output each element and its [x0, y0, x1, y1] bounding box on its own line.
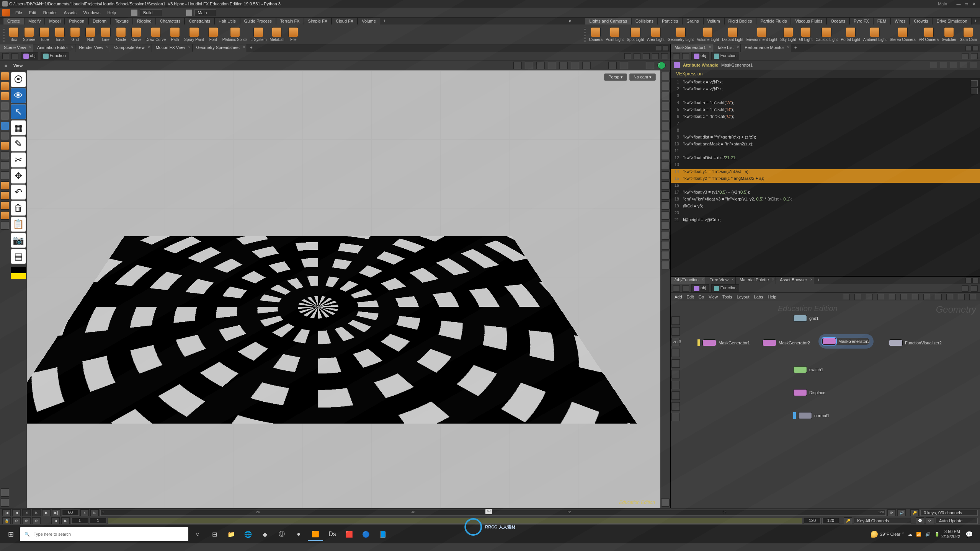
- pin-button[interactable]: [962, 285, 969, 292]
- chrome-icon[interactable]: 🌐: [240, 527, 256, 541]
- shelf-add-tab-right[interactable]: +: [972, 18, 980, 24]
- shelf-tool[interactable]: Spray Paint: [184, 27, 204, 42]
- taskbar-clock[interactable]: 3:50 PM 2/19/2022: [941, 529, 960, 539]
- net-button[interactable]: [854, 294, 861, 300]
- shelf-tool[interactable]: Point Light: [606, 27, 624, 42]
- net-side-icon[interactable]: [671, 349, 680, 357]
- close-tab-icon[interactable]: ×: [702, 277, 704, 282]
- shelf-tool[interactable]: Torus: [54, 27, 66, 42]
- node-maskgen1[interactable]: MaskGenerator1: [697, 339, 750, 346]
- view-tool-button[interactable]: [571, 62, 579, 69]
- view-tool-screenshot[interactable]: 📷: [11, 233, 26, 248]
- code-line[interactable]: 5"kw">float b = "fn">chf("B");: [671, 107, 980, 114]
- cook-icon[interactable]: ⟳: [926, 517, 934, 524]
- line-content[interactable]: "kw">float z = v@P.z;: [683, 86, 980, 93]
- expand-icon[interactable]: [971, 80, 978, 86]
- view-tool-trash[interactable]: 🗑: [11, 201, 26, 216]
- close-tab-icon[interactable]: ×: [188, 45, 191, 49]
- explorer-icon[interactable]: 📁: [224, 527, 239, 541]
- shelf-tool[interactable]: Tube: [38, 27, 51, 42]
- line-content[interactable]: "kw">float a = "fn">chf("A");: [683, 100, 980, 107]
- vex-code-editor[interactable]: 1"kw">float x = v@P.x;2"kw">float z = v@…: [671, 78, 980, 276]
- tool-icon[interactable]: [1, 161, 9, 170]
- shelf-tool[interactable]: Area Light: [647, 27, 665, 42]
- code-line[interactable]: 18"cm">//"kw">float y3 = "fn">lerp(y1, y…: [671, 197, 980, 204]
- close-tab-icon[interactable]: ×: [709, 45, 711, 49]
- shelf-tool[interactable]: L-System: [250, 27, 266, 42]
- network-menu-item[interactable]: Go: [699, 295, 704, 299]
- range-button[interactable]: ⊕: [22, 517, 31, 524]
- desktop-select[interactable]: Build: [140, 9, 162, 16]
- shelf-dropdown[interactable]: ▾: [567, 18, 573, 24]
- path-obj[interactable]: obj: [21, 52, 38, 60]
- net-button[interactable]: [900, 294, 907, 300]
- shelf-tab[interactable]: Grains: [682, 18, 703, 24]
- pathbar-button[interactable]: [652, 53, 659, 59]
- view-tool-button[interactable]: [646, 62, 654, 69]
- end-frame-field[interactable]: 120: [822, 518, 839, 524]
- pane-tab[interactable]: Geometry Spreadsheet×: [193, 44, 247, 52]
- shelf-tab[interactable]: Model: [45, 18, 65, 24]
- tool-icon[interactable]: [1, 152, 9, 160]
- shelf-tab[interactable]: Simple FX: [304, 18, 332, 24]
- net-button[interactable]: [843, 294, 850, 300]
- search-icon[interactable]: [950, 62, 957, 68]
- pane-pin-button[interactable]: [965, 278, 972, 283]
- path-obj[interactable]: obj: [691, 284, 709, 292]
- display-option-icon[interactable]: [661, 92, 670, 100]
- shelf-tool[interactable]: Platonic Solids: [222, 27, 248, 42]
- timeline-play-button[interactable]: ▷: [32, 509, 41, 516]
- timeline-first-button[interactable]: |◀: [2, 509, 11, 516]
- line-content[interactable]: @Cd = y3;: [683, 204, 980, 210]
- rstart-frame-field[interactable]: 1: [90, 518, 106, 524]
- line-content[interactable]: [683, 162, 980, 169]
- display-option-icon[interactable]: [661, 241, 670, 249]
- network-menu-item[interactable]: Help: [768, 295, 776, 299]
- code-line[interactable]: 13: [671, 162, 980, 169]
- line-content[interactable]: [683, 121, 980, 128]
- pane-max-button[interactable]: [972, 278, 978, 283]
- pin-button[interactable]: [962, 53, 969, 59]
- tool-icon[interactable]: [1, 211, 9, 220]
- pane-pin-button[interactable]: [656, 46, 662, 51]
- node-displace[interactable]: Displace: [793, 389, 825, 396]
- view-tool-move[interactable]: ✥: [11, 168, 26, 184]
- tray-chevron-icon[interactable]: ˄: [902, 532, 904, 537]
- node-grid1[interactable]: grid1: [793, 315, 818, 322]
- shelf-tool[interactable]: Path: [169, 27, 181, 42]
- tool-icon[interactable]: [1, 102, 9, 110]
- shelf-tool[interactable]: Metaball: [270, 27, 284, 42]
- code-line[interactable]: 11: [671, 148, 980, 155]
- view-tool-orient[interactable]: ⦿: [11, 72, 26, 87]
- shelf-tab[interactable]: Hair Utils: [214, 18, 240, 24]
- shelf-tab[interactable]: Create: [3, 18, 24, 24]
- taskbar-search[interactable]: 🔍 Type here to search: [20, 527, 188, 541]
- code-line[interactable]: 12"kw">float nDist = dist/21.21;: [671, 155, 980, 162]
- net-button[interactable]: [923, 294, 930, 300]
- net-button[interactable]: [935, 294, 942, 300]
- shelf-tab[interactable]: Modify: [24, 18, 45, 24]
- code-line[interactable]: 17"kw">float y3 = (y1*0.5) + (y2*(0.5));: [671, 190, 980, 197]
- code-line[interactable]: 9"kw">float dist = "fn">sqrt((x*x) + (z*…: [671, 135, 980, 142]
- tray-battery-icon[interactable]: 🔋: [934, 532, 940, 537]
- shelf-tab[interactable]: Polygon: [65, 18, 88, 24]
- shelf-tool[interactable]: Volume Light: [697, 27, 719, 42]
- view-tool-button[interactable]: [513, 62, 522, 69]
- app-icon[interactable]: 🟥: [341, 527, 357, 541]
- path-function[interactable]: Function: [41, 52, 69, 60]
- shelf-tool[interactable]: Camera: [589, 27, 603, 42]
- key-icon[interactable]: 🔑: [910, 509, 919, 516]
- nav-back-button[interactable]: [673, 53, 680, 59]
- camera-select-badge[interactable]: No cam ▾: [629, 73, 656, 81]
- node-name-label[interactable]: MaskGenerator1: [721, 63, 753, 67]
- line-content[interactable]: "kw">float y1 = "fn">sin(c*nDist - a);: [683, 169, 980, 176]
- tray-wifi-icon[interactable]: 📶: [916, 532, 921, 537]
- code-line[interactable]: 21f@height = v@Cd.x;: [671, 217, 980, 224]
- timeline-prev-button[interactable]: ◀: [12, 509, 21, 516]
- display-option-icon[interactable]: [661, 132, 670, 140]
- shelf-tool[interactable]: Sphere: [23, 27, 35, 42]
- viewport[interactable]: Persp ▾ No cam ▾ Education Edition: [27, 70, 660, 508]
- shelf-tool[interactable]: Sky Light: [780, 27, 796, 42]
- net-options-icon[interactable]: [969, 294, 976, 300]
- close-tab-icon[interactable]: ×: [737, 45, 739, 49]
